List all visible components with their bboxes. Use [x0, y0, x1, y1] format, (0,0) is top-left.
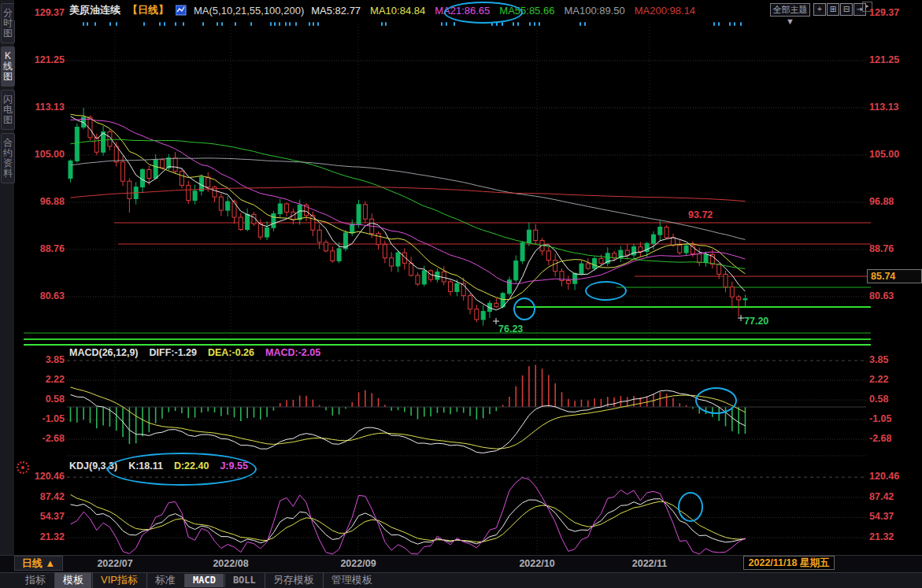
- sidebar-tab-合约资料[interactable]: 合 约 资 料: [1, 133, 15, 183]
- signal-dot: [270, 22, 272, 26]
- axis-tick-label: 21.32: [17, 531, 65, 542]
- ma-line-200: [71, 187, 746, 202]
- ma-line-100: [71, 158, 746, 240]
- tab-VIP指标[interactable]: VIP指标: [92, 572, 146, 588]
- indicator-settings-icon[interactable]: [17, 461, 29, 474]
- signal-dot: [143, 22, 145, 26]
- all-themes-button[interactable]: 全部主题▼: [770, 3, 810, 17]
- axis-tick-label: -2.68: [869, 433, 920, 444]
- axis-tick-label: 113.13: [17, 102, 65, 113]
- signal-dot: [235, 22, 236, 26]
- chart-plot[interactable]: 93.7276.2377.20: [0, 0, 922, 588]
- candle-body: [128, 181, 131, 198]
- candle-body: [193, 191, 197, 201]
- tab-标准[interactable]: 标准: [146, 572, 183, 588]
- axis-tick-label: 0.58: [17, 394, 65, 405]
- month-label: 2022/09: [323, 558, 394, 569]
- ma-value: MA55:85.66: [499, 5, 554, 17]
- candle-body: [69, 161, 72, 178]
- candle-body: [573, 274, 577, 284]
- candle-body: [180, 172, 183, 186]
- signal-dot: [539, 22, 540, 26]
- zoom-in-axis-icon[interactable]: ⊞: [827, 3, 839, 16]
- candle-body: [383, 245, 387, 258]
- ma-line-5: [71, 116, 746, 310]
- signal-dot: [740, 22, 742, 26]
- tab-指标[interactable]: 指标: [17, 572, 54, 588]
- signal-dot: [164, 22, 165, 26]
- candle-body: [409, 263, 413, 276]
- candle-body: [219, 197, 223, 210]
- kline-icon: [176, 5, 187, 16]
- ma-value: MA5:82.77: [311, 5, 361, 17]
- signal-dot: [87, 22, 88, 26]
- tab-管理模板[interactable]: 管理模板: [323, 572, 380, 588]
- signal-dot: [381, 22, 383, 26]
- candle-body: [422, 271, 426, 284]
- candle-body: [599, 258, 603, 263]
- tab-BOLL[interactable]: BOLL: [224, 574, 264, 587]
- axis-tick-label: 105.00: [869, 149, 920, 160]
- candle-body: [494, 303, 498, 306]
- candle-body: [173, 158, 177, 172]
- signal-dot: [502, 22, 503, 26]
- candle-body: [187, 185, 191, 200]
- kdj-k-value: K:18.11: [128, 460, 163, 472]
- kdj-header: KDJ(9,3,3) K:18.11 D:22.40 J:9.55: [69, 460, 248, 472]
- ma-value: MA100:89.50: [564, 5, 624, 17]
- zoom-out-axis-icon[interactable]: ⊟: [840, 3, 853, 16]
- candle-body: [481, 312, 485, 320]
- candle-body: [632, 247, 636, 255]
- sidebar-tab-分时图[interactable]: 分 时 图: [1, 3, 15, 43]
- candle-body: [416, 276, 420, 284]
- candle-body: [272, 214, 276, 228]
- ma-params-label: MA(5,10,21,55,100,200): [194, 5, 304, 17]
- signal-dot: [446, 22, 447, 26]
- kline-app-window: 93.7276.2377.20 分 时 图K 线 图闪 电 图合 约 资 料 美…: [0, 0, 922, 588]
- signal-dot: [441, 22, 442, 26]
- signal-dot: [217, 22, 218, 26]
- signal-dot: [517, 22, 519, 26]
- axis-tick-label: 96.88: [869, 196, 920, 207]
- month-label: 2022/11: [614, 558, 685, 569]
- candle-body: [324, 242, 328, 251]
- axis-tick-label: 129.37: [17, 7, 65, 18]
- axis-tick-label: 88.76: [17, 243, 65, 254]
- candle-body: [94, 138, 98, 152]
- candle-body: [678, 245, 682, 253]
- macd-header: MACD(26,12,9) DIFF:-1.29 DEA:-0.26 MACD:…: [69, 347, 320, 358]
- month-label: 2022/07: [80, 558, 150, 569]
- sidebar-tab-闪电图[interactable]: 闪 电 图: [1, 90, 15, 130]
- signal-dot: [729, 22, 731, 26]
- candle-body: [651, 235, 655, 243]
- signal-dot: [183, 22, 184, 26]
- candle-body: [475, 309, 479, 320]
- axis-tick-label: 113.13: [869, 102, 920, 113]
- ma-value: MA21:86.65: [435, 5, 490, 17]
- period-selector-button[interactable]: 日线 ▲: [14, 556, 63, 571]
- ma-values: MA5:82.77MA10:84.84MA21:86.65MA55:85.66M…: [311, 5, 695, 17]
- candle-body: [396, 253, 400, 266]
- tab-另存模板[interactable]: 另存模板: [265, 572, 322, 588]
- crosshair-icon[interactable]: +: [813, 3, 826, 16]
- candle-body: [730, 287, 734, 298]
- signal-dot: [718, 22, 720, 26]
- candle-body: [449, 282, 453, 292]
- candle-body: [468, 296, 472, 309]
- signal-dot: [496, 22, 498, 26]
- sidebar-tab-K线图[interactable]: K 线 图: [1, 46, 15, 87]
- tab-模板[interactable]: 模板: [54, 572, 91, 588]
- candle-body: [285, 204, 289, 212]
- period-tag: 【日线】: [128, 3, 168, 17]
- candle-body: [684, 246, 688, 253]
- candle-body: [350, 224, 354, 233]
- tab-MACD[interactable]: MACD: [184, 574, 224, 587]
- ma-line-21: [71, 119, 746, 283]
- signal-dot: [317, 22, 319, 26]
- candle-body: [114, 146, 118, 162]
- candle-body: [639, 247, 642, 252]
- symbol-title: 美原油连续: [69, 3, 120, 17]
- signal-dot: [250, 22, 252, 26]
- axis-tick-label: 87.42: [869, 491, 920, 502]
- candle-body: [534, 230, 538, 240]
